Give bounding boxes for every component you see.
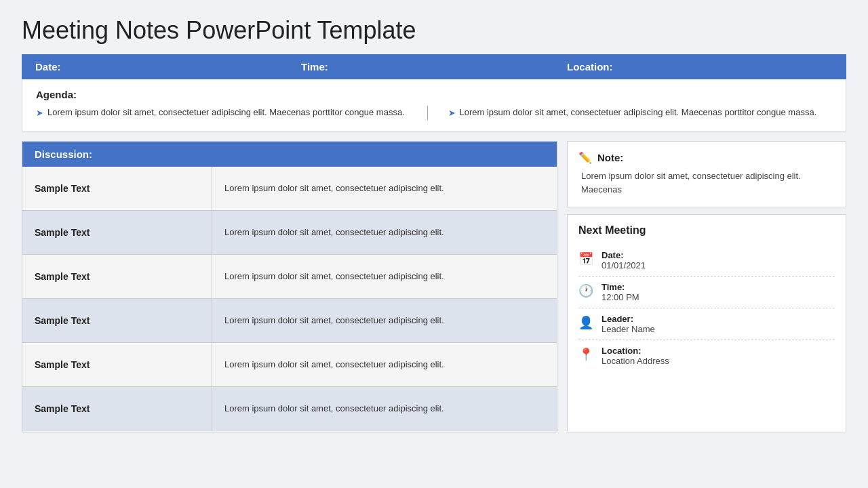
disc-left-2: Sample Text: [22, 255, 212, 298]
header-date: Date:: [35, 61, 301, 73]
next-meeting-title: Next Meeting: [578, 224, 835, 237]
next-meeting-box: Next Meeting 📅 Date: 01/01/2021 🕐 Time: …: [567, 214, 846, 432]
header-bar: Date: Time: Location:: [22, 54, 846, 79]
agenda-title: Agenda:: [36, 89, 832, 100]
meeting-icon-2: 👤: [578, 315, 593, 330]
agenda-bullet-2: ➤ Lorem ipsum dolor sit amet, consectetu…: [448, 106, 819, 120]
meeting-icon-0: 📅: [578, 251, 593, 266]
header-time: Time:: [301, 61, 567, 73]
disc-right-2: Lorem ipsum dolor sit amet, consectetuer…: [212, 255, 557, 298]
agenda-arrow-2: ➤: [448, 106, 456, 120]
table-row: Sample Text Lorem ipsum dolor sit amet, …: [22, 387, 557, 431]
agenda-bullet-1: ➤ Lorem ipsum dolor sit amet, consectetu…: [36, 106, 407, 120]
disc-right-3: Lorem ipsum dolor sit amet, consectetuer…: [212, 299, 557, 342]
agenda-text-1: Lorem ipsum dolor sit amet, consectetuer…: [47, 106, 405, 120]
table-row: Sample Text Lorem ipsum dolor sit amet, …: [22, 299, 557, 343]
table-row: Sample Text Lorem ipsum dolor sit amet, …: [22, 167, 557, 211]
disc-left-3: Sample Text: [22, 299, 212, 342]
main-content: Discussion: Sample Text Lorem ipsum dolo…: [22, 141, 846, 432]
meeting-icon-1: 🕐: [578, 283, 593, 298]
note-title: Note:: [597, 152, 623, 163]
table-row: Sample Text Lorem ipsum dolor sit amet, …: [22, 255, 557, 299]
disc-left-1: Sample Text: [22, 211, 212, 254]
meeting-info-2: Leader: Leader Name: [601, 314, 655, 334]
meeting-info-1: Time: 12:00 PM: [601, 282, 639, 302]
next-meeting-item: 📅 Date: 01/01/2021: [578, 245, 835, 277]
agenda-section: Agenda: ➤ Lorem ipsum dolor sit amet, co…: [22, 79, 846, 131]
next-meeting-item: 🕐 Time: 12:00 PM: [578, 277, 835, 308]
disc-left-4: Sample Text: [22, 343, 212, 386]
disc-right-1: Lorem ipsum dolor sit amet, consectetuer…: [212, 211, 557, 254]
meeting-value-1: 12:00 PM: [601, 292, 639, 302]
meeting-info-3: Location: Location Address: [601, 346, 669, 366]
note-text: Lorem ipsum dolor sit amet, consectetuer…: [578, 169, 835, 198]
next-meeting-item: 📍 Location: Location Address: [578, 340, 835, 371]
right-panel: ✏️ Note: Lorem ipsum dolor sit amet, con…: [567, 141, 846, 432]
table-row: Sample Text Lorem ipsum dolor sit amet, …: [22, 211, 557, 255]
discussion-section: Discussion: Sample Text Lorem ipsum dolo…: [22, 141, 557, 432]
note-header: ✏️ Note:: [578, 151, 835, 164]
disc-left-5: Sample Text: [22, 387, 212, 431]
agenda-col-1: ➤ Lorem ipsum dolor sit amet, consectetu…: [36, 106, 428, 120]
meeting-label-2: Leader:: [601, 314, 655, 324]
meeting-label-0: Date:: [601, 250, 646, 260]
discussion-table: Sample Text Lorem ipsum dolor sit amet, …: [22, 167, 557, 432]
note-pencil-icon: ✏️: [578, 151, 592, 164]
meeting-value-0: 01/01/2021: [601, 260, 646, 270]
agenda-columns: ➤ Lorem ipsum dolor sit amet, consectetu…: [36, 106, 832, 120]
disc-right-5: Lorem ipsum dolor sit amet, consectetuer…: [212, 387, 557, 431]
meeting-label-1: Time:: [601, 282, 639, 292]
agenda-text-2: Lorem ipsum dolor sit amet, consectetuer…: [460, 106, 817, 120]
header-location: Location:: [567, 61, 833, 73]
table-row: Sample Text Lorem ipsum dolor sit amet, …: [22, 343, 557, 387]
agenda-arrow-1: ➤: [36, 106, 43, 120]
note-box: ✏️ Note: Lorem ipsum dolor sit amet, con…: [567, 141, 846, 208]
disc-right-0: Lorem ipsum dolor sit amet, consectetuer…: [212, 167, 557, 210]
meeting-icon-3: 📍: [578, 347, 593, 362]
next-meeting-items: 📅 Date: 01/01/2021 🕐 Time: 12:00 PM 👤 Le…: [578, 245, 835, 371]
discussion-header: Discussion:: [22, 142, 557, 167]
meeting-value-2: Leader Name: [601, 324, 655, 334]
disc-left-0: Sample Text: [22, 167, 212, 210]
page-title: Meeting Notes PowerPoint Template: [22, 16, 846, 45]
disc-right-4: Lorem ipsum dolor sit amet, consectetuer…: [212, 343, 557, 386]
meeting-label-3: Location:: [601, 346, 669, 356]
next-meeting-item: 👤 Leader: Leader Name: [578, 308, 835, 340]
meeting-value-3: Location Address: [601, 356, 669, 366]
agenda-col-2: ➤ Lorem ipsum dolor sit amet, consectetu…: [441, 106, 833, 120]
meeting-info-0: Date: 01/01/2021: [601, 250, 646, 270]
